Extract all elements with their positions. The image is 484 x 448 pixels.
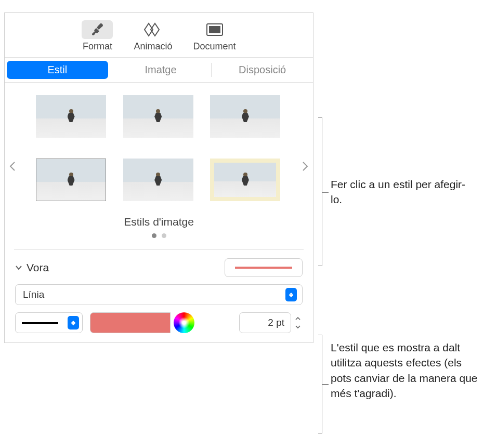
style-thumbnail-1[interactable]: [36, 95, 106, 138]
page-dot-1[interactable]: [152, 233, 156, 238]
style-thumbnail-4[interactable]: [36, 159, 106, 201]
callout-bracket-2: [318, 335, 322, 433]
chevron-up-icon: [295, 317, 300, 320]
border-section: Vora Línia: [5, 250, 313, 342]
callout-connector-1: [322, 192, 329, 193]
line-style-sample: [22, 322, 58, 324]
page-dot-2[interactable]: [162, 233, 166, 238]
chevron-left-icon: [9, 161, 16, 172]
inspector-toolbar: Format Animació Document: [5, 13, 313, 58]
document-label: Document: [193, 41, 236, 52]
stepper-down-button[interactable]: [293, 323, 303, 331]
border-title-wrap: Vora: [15, 261, 49, 274]
image-styles-title: Estils d'imatge: [20, 216, 297, 228]
chevron-right-icon: [302, 161, 308, 172]
style-thumbnail-5[interactable]: [123, 159, 193, 201]
color-picker-button[interactable]: [174, 312, 194, 333]
format-inspector-panel: Format Animació Document Estil Imatge Di…: [4, 12, 313, 343]
border-style-preview[interactable]: [225, 258, 303, 277]
border-width-input[interactable]: [239, 312, 291, 333]
dropdown-arrows-icon: [285, 288, 297, 301]
border-width-stepper: [239, 312, 303, 333]
styles-next-button[interactable]: [300, 159, 310, 174]
animation-tab[interactable]: Animació: [134, 20, 172, 52]
border-controls-row: [15, 312, 303, 333]
pagination-dots: [20, 233, 297, 238]
tab-estil[interactable]: Estil: [7, 61, 108, 79]
styles-prev-button[interactable]: [8, 159, 17, 174]
border-preview-line: [235, 267, 292, 269]
diamond-icon: [143, 22, 162, 37]
style-thumbnail-2[interactable]: [123, 95, 193, 138]
callout-effects: L'estil que es mostra a dalt utilitza aq…: [331, 340, 481, 401]
format-tab[interactable]: Format: [82, 20, 113, 52]
style-thumbnail-6[interactable]: [210, 159, 280, 201]
border-color-swatch[interactable]: [90, 312, 171, 333]
animation-label: Animació: [134, 41, 172, 52]
line-style-dropdown[interactable]: [15, 312, 83, 333]
image-styles-area: Estils d'imatge: [5, 83, 313, 249]
inspector-subtabs: Estil Imatge Disposició: [5, 58, 313, 83]
tab-imatge[interactable]: Imatge: [110, 58, 212, 82]
dropdown-arrows-icon: [68, 316, 79, 330]
image-styles-grid: [20, 95, 297, 201]
callout-styles: Fer clic a un estil per afegir-lo.: [331, 177, 476, 207]
document-tab[interactable]: Document: [193, 20, 236, 52]
format-label: Format: [83, 41, 112, 52]
svg-rect-1: [209, 26, 220, 33]
border-type-value: Línia: [23, 289, 44, 300]
style-thumbnail-3[interactable]: [210, 95, 280, 138]
callout-bracket-1: [318, 117, 322, 266]
chevron-down-icon: [15, 264, 22, 271]
tab-disposicio[interactable]: Disposició: [212, 58, 313, 82]
paintbrush-icon: [89, 22, 105, 37]
border-title: Vora: [27, 261, 49, 274]
border-type-dropdown[interactable]: Línia: [15, 284, 303, 305]
disclosure-triangle[interactable]: [15, 264, 22, 271]
animation-icon-wrap: [137, 20, 168, 39]
format-icon-wrap: [82, 20, 113, 39]
stepper-up-button[interactable]: [293, 314, 303, 323]
border-section-header: Vora: [15, 258, 303, 277]
callout-connector-2: [322, 384, 329, 385]
stepper-buttons: [293, 314, 303, 331]
slide-icon: [206, 23, 224, 36]
chevron-down-icon: [295, 325, 300, 328]
document-icon-wrap: [199, 20, 230, 39]
